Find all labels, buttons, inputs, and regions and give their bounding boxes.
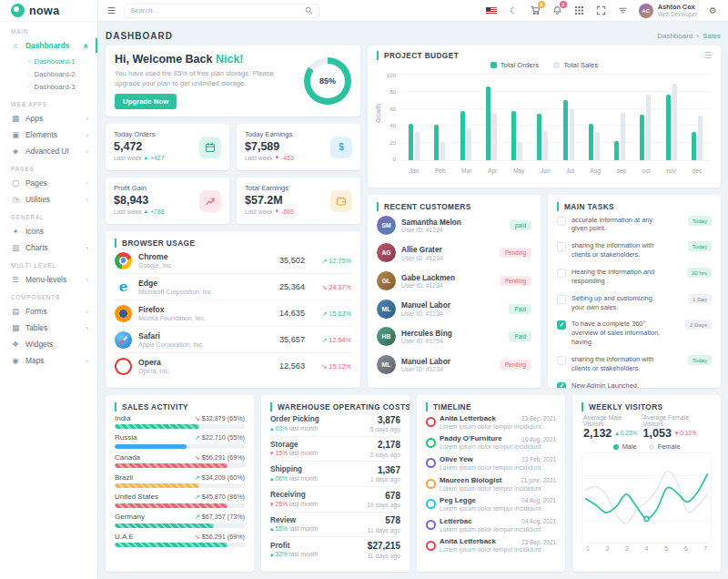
menu-levels-icon: ☰ bbox=[11, 275, 20, 284]
stat-label: Today Earnings bbox=[245, 130, 294, 138]
arrow-up-icon: ▴ bbox=[270, 475, 274, 482]
fullscreen-icon[interactable] bbox=[595, 5, 607, 16]
due-badge: Today bbox=[688, 241, 712, 251]
weekly-visitors-card: WEEKLY VISITORS Average Male Visitors 2,… bbox=[572, 395, 721, 572]
chevron-right-icon: › bbox=[86, 115, 88, 123]
avatar: AG bbox=[377, 243, 396, 262]
card-title: TIMELINE bbox=[426, 402, 556, 411]
budget-yaxis: 100806040200 bbox=[382, 72, 396, 162]
browser-row-chrome: ChromeGoogle, Inc. 35,502 ↗ 12.75% bbox=[115, 248, 351, 274]
search-box[interactable] bbox=[124, 4, 319, 18]
customer-row[interactable]: GL Gabe LackmenUser ID: #1234 Pending bbox=[377, 267, 531, 295]
arrow-up-icon: ▴ bbox=[270, 525, 274, 532]
task-row: To have a complete 360° overview of sale… bbox=[557, 316, 712, 350]
notifications-bell-icon[interactable]: 3 bbox=[551, 5, 563, 16]
sidebar-item-apps[interactable]: ▦ Apps › bbox=[0, 110, 97, 127]
sidebar-item-icons[interactable]: ✦ Icons bbox=[0, 223, 97, 239]
app-root: nowa MAIN ⌂ Dashboards ∧ Dashboard-1 Das… bbox=[0, 0, 728, 579]
task-checkbox[interactable] bbox=[557, 295, 566, 304]
sidebar-item-dashboard-2[interactable]: Dashboard-2 bbox=[27, 67, 97, 80]
legend-dot-male bbox=[613, 444, 619, 450]
sidebar-item-forms[interactable]: ▤ Forms › bbox=[0, 303, 97, 320]
sidebar-item-charts[interactable]: ▥ Charts › bbox=[0, 239, 97, 256]
apps-grid-icon[interactable] bbox=[573, 5, 585, 16]
sidebar-item-menu-levels[interactable]: ☰ Menu-levels › bbox=[0, 271, 97, 288]
sidebar-item-dashboard-3[interactable]: Dashboard-3 bbox=[27, 80, 97, 93]
upgrade-now-button[interactable]: Upgrade Now bbox=[115, 94, 177, 109]
logo[interactable]: nowa bbox=[0, 0, 97, 22]
calendar-icon bbox=[199, 137, 221, 158]
breadcrumb-parent[interactable]: Dashboard bbox=[657, 32, 693, 40]
app-name: nowa bbox=[29, 5, 60, 17]
arrow-up-icon: ▴ bbox=[145, 208, 148, 215]
sidebar-item-label: Tables bbox=[25, 323, 47, 332]
sidebar-item-elements[interactable]: ▣ Elements › bbox=[0, 127, 97, 143]
task-checkbox[interactable] bbox=[557, 269, 566, 278]
sales-row-germany: Germany↗ $67,357 (73%) bbox=[115, 510, 245, 530]
progress-bar bbox=[115, 424, 199, 429]
status-badge: Paid bbox=[509, 331, 531, 341]
trend-up-icon: ↗ bbox=[322, 310, 328, 318]
customer-row[interactable]: AG Allie GraterUser ID: #1234 Pending bbox=[377, 239, 531, 268]
task-row: sharing the information with clients or … bbox=[557, 238, 712, 264]
customer-row[interactable]: SM Samantha MelonUser ID: #1234 paid bbox=[377, 211, 531, 239]
customer-row[interactable]: ML Manuel LaborUser ID: #1234 Paid bbox=[377, 295, 531, 323]
sales-row-brazil: Brazil↗ $34,209 (60%) bbox=[115, 471, 245, 491]
arrow-down-icon: ▾ bbox=[276, 154, 279, 161]
progress-bar bbox=[115, 523, 214, 528]
safari-icon bbox=[115, 331, 132, 349]
settings-gear-icon[interactable]: ⚙ bbox=[707, 5, 719, 16]
task-checkbox[interactable] bbox=[557, 320, 566, 330]
task-checkbox[interactable] bbox=[557, 217, 566, 226]
customer-row[interactable]: HB Hercules BingUser ID: #1754 Paid bbox=[377, 322, 531, 350]
stat-total-earnings: Total Earnings $57.2M Last week▾-693 bbox=[237, 178, 360, 224]
elements-icon: ▣ bbox=[11, 130, 20, 139]
language-flag-icon[interactable] bbox=[486, 5, 498, 16]
filter-icon[interactable] bbox=[617, 5, 629, 16]
legend-dot-female bbox=[649, 444, 654, 450]
hamburger-menu-icon[interactable]: ☰ bbox=[107, 5, 116, 15]
stat-profit-gain: Profit Gain $8,943 Last week▴+788 bbox=[106, 178, 229, 224]
task-checkbox[interactable] bbox=[557, 382, 566, 388]
search-input[interactable] bbox=[130, 6, 305, 15]
sidebar-item-widgets[interactable]: ❖ Widgets bbox=[0, 336, 97, 352]
maps-icon: ◉ bbox=[11, 356, 20, 365]
sidebar-item-dashboard-1[interactable]: Dashboard-1 bbox=[27, 55, 97, 67]
task-checkbox[interactable] bbox=[557, 242, 566, 251]
cart-icon[interactable]: 5 bbox=[530, 5, 541, 16]
customer-row[interactable]: ML Manuel LaborUser ID: #1234 Pending bbox=[377, 350, 531, 379]
trend-chart-icon bbox=[199, 190, 221, 212]
welcome-card: Hi, Welcome Back Nick! You have used the… bbox=[106, 46, 360, 117]
sidebar-item-advanced-ui[interactable]: ◈ Advanced UI › bbox=[0, 143, 97, 159]
sidebar-item-label: Maps bbox=[25, 356, 44, 365]
sidebar-item-label: Utilities bbox=[25, 195, 50, 204]
wallet-icon bbox=[330, 190, 352, 212]
trend-down-icon: ↘ bbox=[195, 453, 200, 462]
sidebar-item-pages[interactable]: ▢ Pages › bbox=[0, 175, 97, 191]
dark-mode-moon-icon[interactable]: ☾ bbox=[508, 5, 520, 16]
task-row: Setting up and customizing your own sale… bbox=[557, 290, 712, 316]
stat-today-orders: Today Orders 5,472 Last week▴+427 bbox=[106, 124, 229, 170]
user-menu[interactable]: AC Ashton Cox Web Developer bbox=[639, 4, 697, 18]
nav-heading-components: COMPONENTS bbox=[0, 288, 97, 303]
sales-row-russia: Russia↗ $22,710 (55%) bbox=[115, 432, 245, 452]
welcome-title: Hi, Welcome Back Nick! bbox=[115, 53, 289, 66]
timeline-row: Anita Letterback23 Sep, 2021Lorem ipsum … bbox=[426, 411, 556, 432]
sidebar-item-dashboards[interactable]: ⌂ Dashboards ∧ bbox=[0, 37, 97, 54]
budget-legend: Total Orders Total Sales bbox=[377, 61, 712, 69]
stat-period: Last week▾-693 bbox=[245, 208, 294, 215]
task-row: accurate information at any given point.… bbox=[557, 211, 712, 238]
task-checkbox[interactable] bbox=[557, 356, 566, 365]
sidebar-item-utilities[interactable]: ◷ Utilities › bbox=[0, 191, 97, 208]
card-menu-icon[interactable]: ☰ bbox=[704, 51, 712, 60]
arrow-down-icon: ▾ bbox=[270, 501, 274, 507]
stat-cards: Today Orders 5,472 Last week▴+427 Today … bbox=[106, 124, 360, 224]
card-title: BROWSER USAGE bbox=[115, 239, 351, 248]
sidebar-item-tables[interactable]: ▦ Tables › bbox=[0, 320, 97, 336]
breadcrumb-current[interactable]: Sales bbox=[703, 32, 721, 40]
timeline-row: Maureen Biologist21 june, 2021Lorem ipsu… bbox=[426, 473, 556, 494]
due-badge: Today bbox=[688, 355, 712, 365]
pages-icon: ▢ bbox=[11, 178, 20, 188]
trend-down-icon: ↘ bbox=[322, 283, 328, 291]
sidebar-item-maps[interactable]: ◉ Maps › bbox=[0, 352, 97, 369]
